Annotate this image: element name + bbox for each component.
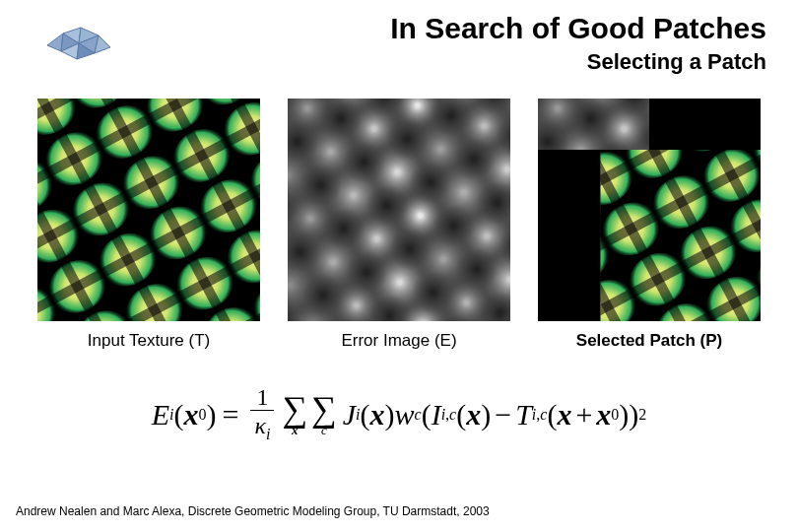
page-title: In Search of Good Patches [390,12,766,45]
error-image-caption: Error Image (E) [288,331,510,351]
svg-marker-0 [47,33,63,51]
error-image [288,99,510,321]
equation: Ei (x0) = 1κi ∑x ∑c Ji (x) wc ( Ii,c (x)… [99,384,699,453]
images-row: Input Texture (T) Error Image (E) Select… [37,99,761,351]
selected-patch-image [538,99,761,321]
input-texture-caption: Input Texture (T) [37,331,260,351]
selected-patch-caption: Selected Patch (P) [538,331,761,351]
error-image-container: Error Image (E) [288,99,510,351]
logo-icon [41,18,112,63]
input-texture-image [37,99,260,321]
footer-citation: Andrew Nealen and Marc Alexa, Discrete G… [16,504,490,518]
page-subtitle: Selecting a Patch [587,49,766,75]
input-texture-container: Input Texture (T) [37,99,260,351]
selected-patch-container: Selected Patch (P) [538,99,761,351]
